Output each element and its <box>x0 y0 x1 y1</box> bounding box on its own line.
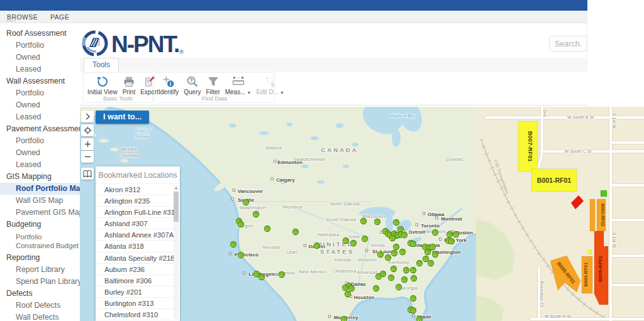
location-marker[interactable] <box>433 230 438 236</box>
location-marker[interactable] <box>433 252 438 258</box>
location-marker[interactable] <box>402 277 408 283</box>
location-marker[interactable] <box>374 286 379 291</box>
sidebar-item-leased[interactable]: Leased <box>0 111 80 123</box>
sidebar-item-wall-defects[interactable]: Wall Defects <box>0 312 80 321</box>
sidebar-item-owned[interactable]: Owned <box>0 52 80 63</box>
location-marker[interactable] <box>411 241 416 247</box>
sidebar-item-roof-portfolio-map[interactable]: Roof Portfolio Map <box>0 183 80 195</box>
query-button[interactable]: ?Query <box>181 75 203 96</box>
location-marker[interactable] <box>314 243 320 249</box>
locate-button[interactable] <box>81 124 94 136</box>
location-marker[interactable] <box>279 272 285 278</box>
location-marker[interactable] <box>423 256 429 262</box>
scroll-up-arrow[interactable]: ▲ <box>174 185 179 191</box>
location-marker[interactable] <box>447 232 453 237</box>
location-marker[interactable] <box>376 274 382 280</box>
location-marker[interactable] <box>254 271 260 277</box>
location-marker[interactable] <box>238 253 244 258</box>
location-marker[interactable] <box>386 255 391 261</box>
sidebar-item-wall-gis-map[interactable]: Wall GIS Map <box>0 195 80 207</box>
location-marker[interactable] <box>392 251 397 256</box>
location-marker[interactable] <box>349 286 355 291</box>
location-marker[interactable] <box>345 291 351 297</box>
meas-button[interactable]: Meas...▼ <box>223 75 254 96</box>
location-marker[interactable] <box>231 242 236 248</box>
bookmark-item[interactable]: Atlanta #318 <box>96 241 180 252</box>
location-marker[interactable] <box>428 261 434 266</box>
location-marker[interactable] <box>389 275 394 281</box>
sidebar-item-leased[interactable]: Leased <box>0 159 80 171</box>
sidebar-item-roof-defects[interactable]: Roof Defects <box>0 300 80 312</box>
initial-view-button[interactable]: Initial View <box>85 75 120 96</box>
bookmark-item[interactable]: Auburn #236 <box>96 264 180 275</box>
bookmark-item[interactable]: Atlanta Specialty #218 <box>96 253 180 264</box>
bookmark-item[interactable]: Akron #312 <box>96 184 180 195</box>
location-marker[interactable] <box>404 268 409 273</box>
location-marker[interactable] <box>402 232 408 238</box>
location-marker[interactable] <box>238 222 244 227</box>
location-marker[interactable] <box>265 226 270 232</box>
location-marker[interactable] <box>390 236 396 241</box>
location-marker[interactable] <box>417 317 423 321</box>
search-input[interactable] <box>549 36 587 52</box>
location-marker[interactable] <box>417 261 423 266</box>
ribbon-tab-browse[interactable]: BROWSE <box>7 13 38 21</box>
sidebar-item-portfolio[interactable]: Portfolio <box>0 87 80 99</box>
sidebar-item-portfolio-constrained-budget[interactable]: Portfolio Constrained Budget <box>0 231 80 252</box>
location-marker[interactable] <box>400 249 406 255</box>
sidebar-item-portfolio[interactable]: Portfolio <box>0 40 80 52</box>
bookmark-item[interactable]: Arlington Full-Line #314 <box>96 207 180 218</box>
location-marker[interactable] <box>259 275 265 280</box>
bookmarks-button[interactable] <box>81 168 94 180</box>
roof-section[interactable] <box>588 250 592 254</box>
bookmarks-scrollbar[interactable]: ▲ <box>174 185 179 318</box>
identify-button[interactable]: Identify <box>156 75 181 96</box>
location-marker[interactable] <box>430 244 436 250</box>
location-marker[interactable] <box>394 244 399 250</box>
location-marker[interactable] <box>361 219 367 224</box>
location-marker[interactable] <box>341 317 347 321</box>
location-marker[interactable] <box>375 219 380 225</box>
print-button[interactable]: Print <box>120 75 138 96</box>
bookmark-item[interactable]: Burlington #313 <box>96 298 180 309</box>
location-marker[interactable] <box>411 268 416 273</box>
location-marker[interactable] <box>343 285 348 291</box>
bookmark-item[interactable]: Ashland #307 <box>96 218 180 229</box>
scrollbar-thumb[interactable] <box>174 192 179 222</box>
location-marker[interactable] <box>411 308 416 313</box>
location-marker[interactable] <box>253 212 259 217</box>
location-marker[interactable] <box>411 296 416 302</box>
sidebar-item-portfolio[interactable]: Portfolio <box>0 135 80 147</box>
sidebar-item-spend-plan-library[interactable]: Spend Plan Library <box>0 276 80 288</box>
location-marker[interactable] <box>293 229 299 235</box>
sidebar-item-pavement-gis-map[interactable]: Pavement GIS Map <box>0 207 80 219</box>
location-marker[interactable] <box>378 252 384 258</box>
zoom-out-button[interactable] <box>81 151 94 163</box>
bookmark-item[interactable]: Arlington #235 <box>96 195 180 207</box>
location-marker[interactable] <box>362 236 368 242</box>
location-marker[interactable] <box>343 238 349 244</box>
zoom-in-button[interactable] <box>81 138 94 150</box>
location-marker[interactable] <box>396 285 402 290</box>
location-marker[interactable] <box>449 239 455 244</box>
location-marker[interactable] <box>351 241 357 246</box>
site-roof-map[interactable]: B007-RF01B001-RF01B002-RF02B009-RF01B003… <box>476 107 644 321</box>
location-marker[interactable] <box>411 276 417 281</box>
bookmark-item[interactable]: Ashland Annex #307A <box>96 229 180 241</box>
ribbon-tab-page[interactable]: PAGE <box>50 13 69 21</box>
roof-section[interactable] <box>601 190 607 197</box>
roof-section[interactable] <box>590 199 595 231</box>
location-marker[interactable] <box>425 249 431 255</box>
sidebar-item-owned[interactable]: Owned <box>0 99 80 111</box>
location-marker[interactable] <box>243 200 249 205</box>
bookmark-item[interactable]: Baltimore #306 <box>96 275 180 286</box>
filter-button[interactable]: Filter <box>203 75 222 96</box>
location-marker[interactable] <box>391 266 397 272</box>
expand-panel-button[interactable] <box>81 111 94 122</box>
sidebar-item-owned[interactable]: Owned <box>0 147 80 159</box>
bookmark-item[interactable]: Burley #201 <box>96 286 180 298</box>
sidebar-item-leased[interactable]: Leased <box>0 63 80 75</box>
sidebar-item-report-library[interactable]: Report Library <box>0 264 80 276</box>
bookmark-item[interactable]: Chelmsford #310 <box>96 309 180 320</box>
i-want-to-button[interactable]: I want to... <box>96 111 149 124</box>
